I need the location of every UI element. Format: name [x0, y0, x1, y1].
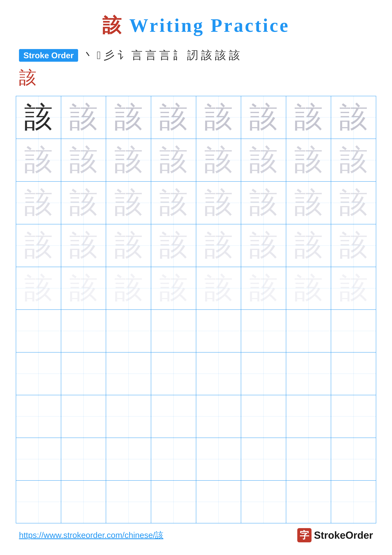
grid-cell[interactable]: 該: [151, 224, 196, 267]
grid-cell[interactable]: 該: [16, 139, 61, 182]
grid-cell[interactable]: 該: [286, 96, 331, 139]
grid-cell[interactable]: [16, 395, 61, 438]
practice-char: 該: [69, 144, 98, 176]
grid-cell[interactable]: [241, 481, 286, 523]
practice-char: 該: [24, 144, 53, 176]
grid-cell[interactable]: 該: [61, 267, 106, 310]
table-row: 該 該 該 該 該 該 該 該: [16, 139, 376, 182]
grid-cell[interactable]: 該: [61, 224, 106, 267]
grid-cell[interactable]: [16, 438, 61, 481]
grid-cell[interactable]: [331, 310, 376, 352]
grid-cell[interactable]: [241, 438, 286, 481]
practice-char: 該: [159, 144, 188, 176]
grid-cell[interactable]: 該: [16, 182, 61, 224]
grid-cell[interactable]: [286, 481, 331, 523]
grid-cell[interactable]: 該: [61, 139, 106, 182]
practice-char: 該: [69, 272, 98, 304]
grid-cell[interactable]: [61, 395, 106, 438]
grid-cell[interactable]: [331, 481, 376, 523]
grid-cell[interactable]: [241, 352, 286, 395]
grid-cell[interactable]: [106, 481, 151, 523]
grid-cell[interactable]: [106, 352, 151, 395]
grid-cell[interactable]: 該: [151, 267, 196, 310]
grid-cell[interactable]: [16, 310, 61, 352]
page-title: 該 Writing Practice: [0, 0, 392, 48]
grid-cell[interactable]: [241, 395, 286, 438]
grid-cell[interactable]: [61, 310, 106, 352]
grid-cell[interactable]: 該: [106, 182, 151, 224]
grid-cell[interactable]: 該: [331, 182, 376, 224]
grid-cell[interactable]: [196, 438, 241, 481]
grid-cell[interactable]: 該: [16, 267, 61, 310]
grid-cell[interactable]: 該: [286, 267, 331, 310]
practice-char: 該: [24, 187, 53, 219]
grid-cell[interactable]: 該: [286, 224, 331, 267]
grid-cell[interactable]: 該: [106, 224, 151, 267]
grid-cell[interactable]: [151, 310, 196, 352]
grid-cell[interactable]: 該: [286, 139, 331, 182]
grid-cell[interactable]: 該: [241, 96, 286, 139]
stroke-order-section: Stroke Order 丶 𠄌 彡 讠 言 言 言 訁 訒 該 該 該: [0, 48, 392, 63]
grid-cell[interactable]: 該: [286, 182, 331, 224]
grid-cell[interactable]: [196, 395, 241, 438]
grid-cell[interactable]: [61, 352, 106, 395]
grid-cell[interactable]: [106, 395, 151, 438]
stroke-sequence: 丶 𠄌 彡 讠 言 言 言 訁 訒 該 該 該: [83, 48, 240, 63]
grid-cell[interactable]: [241, 310, 286, 352]
grid-cell[interactable]: [196, 481, 241, 523]
grid-cell[interactable]: [331, 352, 376, 395]
grid-cell[interactable]: 該: [331, 224, 376, 267]
grid-cell[interactable]: 該: [196, 96, 241, 139]
grid-cell[interactable]: [331, 438, 376, 481]
grid-cell[interactable]: 該: [241, 224, 286, 267]
grid-cell[interactable]: [286, 438, 331, 481]
grid-cell[interactable]: [196, 310, 241, 352]
grid-cell[interactable]: 該: [196, 224, 241, 267]
grid-cell[interactable]: [196, 352, 241, 395]
grid-cell[interactable]: [286, 352, 331, 395]
grid-cell[interactable]: [106, 438, 151, 481]
grid-cell[interactable]: [16, 481, 61, 523]
table-row: [16, 438, 376, 481]
grid-cell[interactable]: [16, 352, 61, 395]
practice-char: 該: [339, 272, 368, 304]
grid-cell[interactable]: 該: [331, 96, 376, 139]
grid-cell[interactable]: [151, 395, 196, 438]
grid-cell[interactable]: [61, 481, 106, 523]
grid-cell[interactable]: 該: [196, 139, 241, 182]
stroke-8: 訁: [173, 48, 184, 63]
footer-url[interactable]: https://www.strokeorder.com/chinese/該: [19, 530, 163, 541]
brand-icon: 字: [297, 528, 312, 542]
grid-cell[interactable]: 該: [331, 267, 376, 310]
grid-cell[interactable]: [106, 310, 151, 352]
stroke-12: 該: [229, 48, 240, 63]
grid-cell[interactable]: 該: [106, 96, 151, 139]
grid-cell[interactable]: 該: [61, 96, 106, 139]
grid-cell[interactable]: 該: [16, 96, 61, 139]
practice-char: 該: [159, 102, 188, 133]
practice-char: 該: [114, 102, 143, 133]
grid-cell[interactable]: [61, 438, 106, 481]
grid-cell[interactable]: 該: [151, 139, 196, 182]
grid-cell[interactable]: 該: [16, 224, 61, 267]
grid-cell[interactable]: 該: [61, 182, 106, 224]
grid-cell[interactable]: [151, 438, 196, 481]
grid-cell[interactable]: 該: [151, 96, 196, 139]
grid-cell[interactable]: 該: [151, 182, 196, 224]
grid-cell[interactable]: [286, 310, 331, 352]
practice-char: 該: [294, 187, 323, 219]
grid-cell[interactable]: [151, 481, 196, 523]
grid-cell[interactable]: 該: [106, 139, 151, 182]
grid-cell[interactable]: 該: [241, 267, 286, 310]
grid-cell[interactable]: 該: [196, 182, 241, 224]
table-row: 該 該 該 該 該 該 該 該: [16, 182, 376, 224]
grid-cell[interactable]: 該: [241, 139, 286, 182]
grid-cell[interactable]: 該: [241, 182, 286, 224]
grid-cell[interactable]: 該: [196, 267, 241, 310]
grid-cell[interactable]: 該: [331, 139, 376, 182]
grid-cell[interactable]: [331, 395, 376, 438]
grid-cell[interactable]: 該: [106, 267, 151, 310]
practice-char: 該: [114, 187, 143, 219]
grid-cell[interactable]: [151, 352, 196, 395]
grid-cell[interactable]: [286, 395, 331, 438]
